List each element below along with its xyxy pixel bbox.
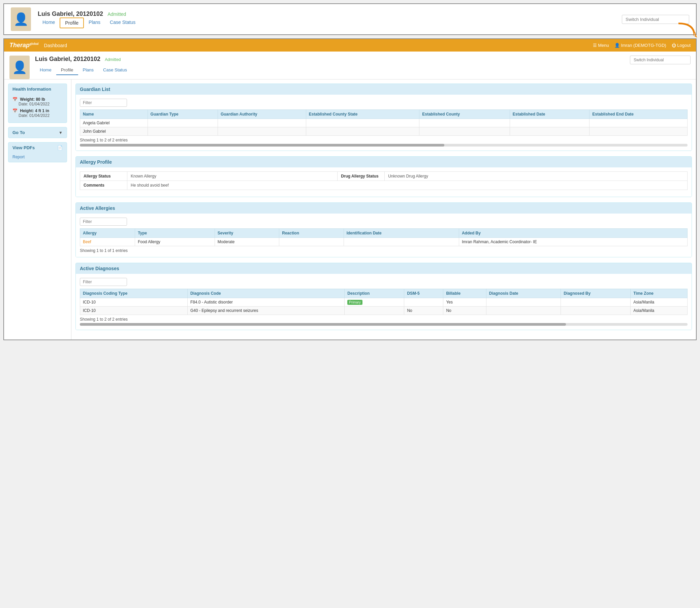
height-item: 📅 Height: 4 ft 1 in Date: 01/04/2022 [13, 109, 63, 118]
header-dashboard: Dashboard [44, 43, 68, 48]
primary-badge: Primary [347, 300, 362, 305]
nav-plans[interactable]: Plans [78, 65, 99, 75]
diagnoses-filter-input[interactable] [80, 278, 127, 286]
active-diagnoses-panel: Active Diagnoses Diagnosis Coding Type D… [75, 263, 692, 330]
allergy-status-label: Allergy Status [80, 172, 127, 181]
sidebar: Health Information 📅 Weight: 80 lb Date:… [4, 79, 71, 340]
col-reaction: Reaction [279, 229, 344, 238]
col-type: Type [135, 229, 215, 238]
allergies-filter-input[interactable] [80, 217, 127, 226]
allergies-table: Allergy Type Severity Reaction Identific… [80, 228, 687, 246]
report-link[interactable]: Report [13, 155, 24, 159]
individual-info: Luis Gabriel, 20120102 Admitted Home Pro… [35, 56, 625, 75]
allergy-status-value: Known Allergy [127, 172, 338, 181]
diagnoses-scrollbar[interactable] [80, 323, 687, 326]
active-allergies-title: Active Allergies [76, 203, 692, 213]
nav-profile[interactable]: Profile [56, 65, 78, 75]
nav-home[interactable]: Home [35, 65, 56, 75]
user-link[interactable]: 👤 Imran (DEMOTG-TGD) [614, 43, 666, 48]
guardian-list-panel: Guardian List Name Guardian Type Guardia… [75, 83, 692, 151]
orange-arrow-icon [675, 19, 700, 46]
col-guardian-authority: Guardian Authority [217, 110, 306, 119]
top-bar-nav: Home Profile Plans Case Status [38, 18, 140, 28]
pdf-icon: 📄 [57, 145, 63, 150]
individual-header: 👤 Luis Gabriel, 20120102 Admitted Home P… [4, 52, 696, 79]
col-name: Name [80, 110, 148, 119]
col-est-county: Established County [419, 110, 510, 119]
guardian-list-title: Guardian List [76, 84, 692, 95]
health-info-body: 📅 Weight: 80 lb Date: 01/04/2022 📅 Heigh… [8, 94, 67, 122]
col-diagnosis-code: Diagnosis Code [188, 289, 345, 298]
top-bar-title: Luis Gabriel, 20120102 Admitted [38, 11, 140, 18]
diagnoses-table: Diagnosis Coding Type Diagnosis Code Des… [80, 289, 687, 315]
health-info-title: Health Information [8, 84, 67, 94]
col-billable: Billable [443, 289, 486, 298]
top-nav-plans[interactable]: Plans [84, 18, 105, 28]
col-est-date: Established Date [510, 110, 589, 119]
col-added-by: Added By [459, 229, 687, 238]
top-bar-name: Luis Gabriel, 20120102 [38, 11, 103, 17]
active-diagnoses-title: Active Diagnoses [76, 263, 692, 274]
goto-label: Go To [13, 130, 25, 135]
table-row: ICD-10 F84.0 - Autistic disorder Primary… [80, 298, 687, 306]
col-identification-date: Identification Date [344, 229, 459, 238]
viewpdfs-section: View PDFs 📄 Report [8, 142, 67, 163]
col-diagnosis-date: Diagnosis Date [486, 289, 561, 298]
viewpdfs-label: View PDFs [13, 145, 35, 150]
chevron-down-icon: ▼ [59, 130, 63, 135]
individual-nav: Home Profile Plans Case Status [35, 65, 625, 75]
comments-label: Comments [80, 181, 127, 190]
col-timezone: Time Zone [630, 289, 687, 298]
weight-item: 📅 Weight: 80 lb Date: 01/04/2022 [13, 97, 63, 107]
health-info-section: Health Information 📅 Weight: 80 lb Date:… [8, 83, 67, 123]
col-est-end-date: Established End Date [589, 110, 687, 119]
table-row: Allergy Status Known Allergy Drug Allerg… [80, 172, 687, 181]
calendar-icon-weight: 📅 [13, 97, 18, 102]
viewpdfs-body: Report [8, 153, 67, 162]
top-nav-home[interactable]: Home [38, 18, 60, 28]
menu-link[interactable]: ☰ Menu [593, 43, 609, 48]
col-dsm5: DSM-5 [404, 289, 443, 298]
comments-value: He should avoid beef [127, 181, 687, 190]
col-description: Description [345, 289, 404, 298]
col-severity: Severity [214, 229, 279, 238]
top-nav-casestatus[interactable]: Case Status [105, 18, 140, 28]
col-est-county-state: Established County State [306, 110, 419, 119]
drug-allergy-label: Drug Allergy Status [338, 172, 385, 181]
allergy-profile-body: Allergy Status Known Allergy Drug Allerg… [76, 167, 692, 197]
col-allergy: Allergy [80, 229, 135, 238]
table-row: Beef Food Allergy Moderate Imran Rahman,… [80, 238, 687, 246]
nav-casestatus[interactable]: Case Status [98, 65, 132, 75]
active-diagnoses-body: Diagnosis Coding Type Diagnosis Code Des… [76, 274, 692, 330]
brand-logo: Therapglobal [10, 42, 39, 49]
guardian-scrollbar[interactable] [80, 144, 687, 147]
col-diagnosed-by: Diagnosed By [561, 289, 630, 298]
viewpdfs-header: View PDFs 📄 [8, 142, 67, 153]
allergies-showing: Showing 1 to 1 of 1 entries [80, 248, 687, 253]
active-allergies-body: Allergy Type Severity Reaction Identific… [76, 213, 692, 257]
content-area: Health Information 📅 Weight: 80 lb Date:… [4, 79, 696, 340]
col-guardian-type: Guardian Type [148, 110, 217, 119]
top-bar-admitted: Admitted [108, 12, 126, 17]
allergy-link: Beef [83, 240, 91, 244]
individual-name: Luis Gabriel, 20120102 Admitted [35, 56, 625, 63]
guardian-showing: Showing 1 to 2 of 2 entries [80, 138, 687, 142]
active-allergies-panel: Active Allergies Allergy Type Severity R… [75, 203, 692, 257]
weight-label: Weight: 80 lb [20, 97, 45, 102]
main-content: Guardian List Name Guardian Type Guardia… [71, 79, 696, 340]
col-coding-type: Diagnosis Coding Type [80, 289, 188, 298]
height-label: Height: 4 ft 1 in [20, 109, 49, 113]
allergy-profile-title: Allergy Profile [76, 157, 692, 167]
allergy-profile-panel: Allergy Profile Allergy Status Known All… [75, 156, 692, 197]
table-row: Angela Gabriel [80, 119, 687, 127]
top-bar: 👤 Luis Gabriel, 20120102 Admitted Home P… [3, 3, 697, 35]
guardian-filter-input[interactable] [80, 99, 127, 107]
table-row: ICD-10 G40 - Epilepsy and recurrent seiz… [80, 306, 687, 315]
switch-individual-input[interactable] [630, 56, 690, 64]
goto-section[interactable]: Go To ▼ [8, 127, 67, 138]
top-nav-profile[interactable]: Profile [60, 18, 84, 28]
drug-allergy-value: Unknown Drug Allergy [385, 172, 687, 181]
header-bar: Therapglobal Dashboard ☰ Menu 👤 Imran (D… [4, 39, 696, 52]
weight-date: Date: 01/04/2022 [19, 102, 50, 107]
guardian-list-body: Name Guardian Type Guardian Authority Es… [76, 95, 692, 151]
